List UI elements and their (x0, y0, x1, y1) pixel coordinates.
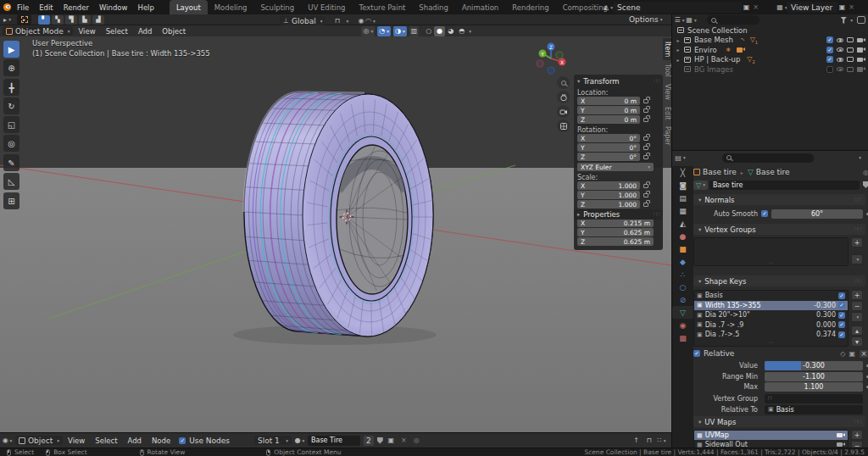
tab-constraints[interactable]: ⊘ (672, 293, 693, 306)
lock-location-z-icon[interactable] (643, 118, 648, 122)
workspace-tab-texture-paint[interactable]: Texture Paint (353, 0, 413, 14)
pin-icon[interactable]: ◎ (412, 435, 421, 446)
tool-rotate-button[interactable]: ↻ (3, 97, 19, 114)
tool-cursor-button[interactable]: ⊕ (3, 59, 19, 76)
tab-modifiers[interactable]: ◆ (672, 255, 693, 268)
hide-eye-icon[interactable] (837, 38, 843, 42)
mesh-name-field[interactable]: Base tire (709, 181, 860, 190)
outliner-row-base-mesh[interactable]: ▸ Base Mesh ⌐ ▽1 ✓ (672, 36, 868, 46)
remove-uv-map-button[interactable]: − (851, 441, 863, 448)
menu-edit[interactable]: Edit (34, 3, 58, 12)
properties-collapsed-panel[interactable]: ▸Properties∷∷ (574, 209, 663, 220)
view-layer-name-field[interactable]: View Layer (787, 2, 837, 13)
unlink-scene-icon[interactable]: × (751, 2, 760, 13)
shader-type-dropdown[interactable]: Object ▾ (15, 436, 63, 445)
lock-location-x-icon[interactable] (643, 99, 648, 103)
disable-render-icon[interactable] (857, 47, 863, 53)
workspace-tab-animation[interactable]: Animation (455, 0, 505, 14)
select-mode-circle-icon[interactable]: ▜ (65, 15, 77, 25)
rotation-x-field[interactable]: X0° (577, 134, 640, 142)
new-collection-icon[interactable] (857, 16, 865, 24)
properties-filter-dropdown[interactable]: ▾ (859, 155, 865, 160)
material-browse-icon[interactable]: ●▾ (295, 435, 304, 446)
rotation-mode-dropdown[interactable]: XYZ Euler▾ (577, 163, 654, 171)
viewport-menu-object[interactable]: Object (157, 27, 191, 36)
scene-name-field[interactable]: Scene (613, 2, 742, 13)
vertex-groups-panel-header[interactable]: ▾Vertex Groups∷∷ (693, 224, 865, 235)
menu-window[interactable]: Window (94, 3, 133, 12)
viewport-menu-view[interactable]: View (73, 27, 100, 36)
dimensions-x-field[interactable]: X0.215 m (577, 219, 654, 227)
menu-help[interactable]: Help (132, 3, 159, 12)
properties-search-input[interactable] (722, 153, 814, 163)
edit-mode-display-icon[interactable]: ▣ (849, 350, 855, 358)
node-snap-magnet-icon[interactable]: ⊓ (644, 435, 654, 446)
tab-scene[interactable]: ◭ (672, 217, 693, 230)
outliner-row-hp-backup[interactable]: ▸ HP | Back-up ▽2 ✓ (672, 55, 868, 65)
workspace-tab-uv-editing[interactable]: UV Editing (301, 0, 352, 14)
lock-rotation-x-icon[interactable] (643, 136, 648, 141)
active-tool-icon[interactable]: ▸▾ (3, 14, 12, 25)
disable-render-icon[interactable] (857, 58, 863, 63)
sidebar-tab-paper[interactable]: Paper (663, 123, 671, 149)
scale-z-field[interactable]: Z1.000 (577, 200, 640, 209)
tab-render[interactable]: ◙ (672, 179, 693, 192)
uv-map-row-selected[interactable]: ▦ UVMap (694, 431, 848, 440)
viewport-3d[interactable]: User Perspective (1) Scene Collection | … (0, 36, 671, 432)
tool-select-box-button[interactable]: ▶ (3, 41, 19, 58)
shape-key-row[interactable]: ▣ Dia .7->.5 0.374 ✓ (694, 330, 848, 340)
new-view-layer-icon[interactable]: ▣ (837, 2, 847, 13)
fake-user-shield-icon[interactable] (863, 181, 868, 188)
outliner-editor-type-icon[interactable]: ☰▾ (675, 14, 684, 25)
tool-measure-button[interactable]: ◺ (3, 173, 19, 190)
workspace-tab-sculpting[interactable]: Sculpting (253, 0, 301, 14)
shape-key-checkbox[interactable]: ✓ (838, 331, 845, 338)
uv-map-row[interactable]: ▦ Sidewall Out (694, 440, 848, 448)
new-material-icon[interactable]: ▣ (387, 435, 396, 446)
tab-object-data[interactable]: ▽ (672, 306, 693, 319)
shape-keys-panel-header[interactable]: ▾Shape Keys∷∷ (693, 275, 865, 286)
outliner-row-scene-collection[interactable]: Scene Collection (672, 25, 868, 36)
viewport-menu-select[interactable]: Select (101, 27, 133, 36)
select-mode-lasso-icon[interactable]: ▙ (79, 15, 91, 25)
dimensions-y-field[interactable]: Y0.625 m (577, 228, 654, 236)
camera-view-button[interactable] (557, 105, 570, 118)
hide-eye-icon[interactable] (837, 58, 843, 62)
sidebar-tab-tool[interactable]: Tool (663, 60, 671, 81)
use-nodes-checkbox[interactable]: ✓ (179, 437, 186, 444)
expand-icon[interactable]: ▸ (672, 47, 684, 53)
location-y-field[interactable]: Y0 m (577, 106, 640, 114)
auto-smooth-angle-field[interactable]: 60° (771, 209, 863, 219)
properties-editor-type-icon[interactable]: ▤▾ (676, 153, 685, 164)
material-users-button[interactable]: 2 (364, 436, 374, 446)
lock-rotation-y-icon[interactable] (643, 146, 648, 150)
menu-render[interactable]: Render (58, 3, 94, 12)
workspace-tab-layout[interactable]: Layout (170, 0, 208, 14)
disable-viewport-icon[interactable] (847, 37, 854, 42)
shape-key-specials-button[interactable]: ▾ (851, 312, 863, 322)
transform-orientation-dropdown[interactable]: ⊥ Global ▾ (280, 16, 326, 25)
auto-smooth-checkbox[interactable]: ✓ (761, 210, 768, 217)
new-scene-icon[interactable]: ▣ (742, 2, 751, 13)
hide-eye-icon[interactable] (837, 47, 843, 52)
shading-rendered-icon[interactable]: ◓ (456, 26, 467, 36)
tab-texture[interactable]: ▩ (672, 331, 693, 344)
checkbox-icon[interactable]: ✓ (826, 47, 833, 53)
range-max-field[interactable]: 1.100 (765, 382, 863, 392)
scale-y-field[interactable]: Y1.000 (577, 191, 640, 199)
tool-move-button[interactable]: ╋ (3, 79, 19, 96)
expand-icon[interactable]: ▸ (672, 57, 684, 63)
vertex-group-field[interactable]: ∷ (765, 394, 863, 403)
active-render-camera-icon[interactable] (837, 442, 843, 448)
shape-key-checkbox[interactable]: ✓ (838, 302, 845, 309)
add-shape-key-button[interactable]: + (851, 290, 863, 300)
checkbox-icon[interactable] (826, 66, 833, 73)
disable-render-icon[interactable] (857, 67, 863, 72)
add-uv-map-button[interactable]: + (851, 430, 863, 440)
tool-scale-button[interactable]: ◱ (3, 116, 19, 133)
filter-icon[interactable] (840, 17, 847, 24)
add-vertex-group-button[interactable]: + (851, 237, 863, 247)
tab-view-layer[interactable]: ▦ (672, 204, 693, 217)
menu-file[interactable]: File (12, 3, 34, 12)
view-layer-icon[interactable]: ▦▾ (777, 2, 787, 13)
